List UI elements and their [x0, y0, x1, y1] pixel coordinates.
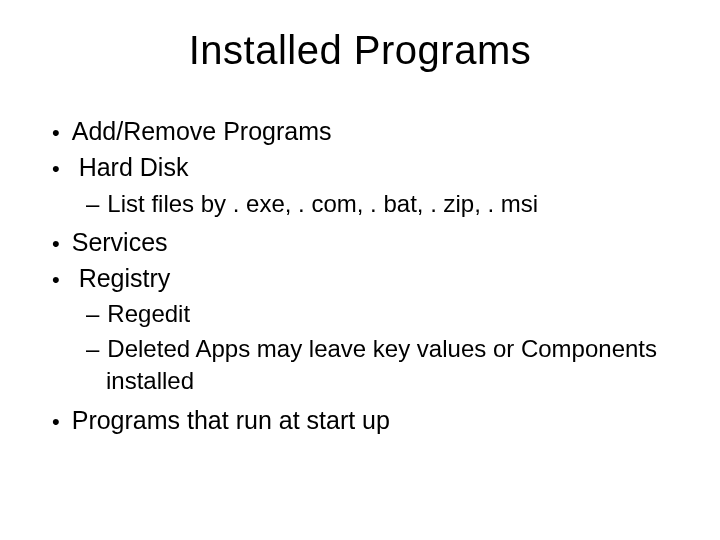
sub-list: List files by . exe, . com, . bat, . zip… [72, 188, 690, 220]
item-text: Deleted Apps may leave key values or Com… [106, 335, 657, 394]
slide-title: Installed Programs [30, 28, 690, 73]
item-text: Hard Disk [79, 153, 189, 181]
item-text: Regedit [107, 300, 190, 327]
item-text: Services [72, 228, 168, 256]
sub-list: Regedit Deleted Apps may leave key value… [72, 298, 690, 397]
list-item: List files by . exe, . com, . bat, . zip… [72, 188, 690, 220]
slide-content: Add/Remove Programs Hard Disk List files… [30, 115, 690, 437]
item-text: Add/Remove Programs [72, 117, 332, 145]
list-item: Hard Disk List files by . exe, . com, . … [30, 151, 690, 220]
item-text: Registry [79, 264, 171, 292]
bullet-list: Add/Remove Programs Hard Disk List files… [30, 115, 690, 437]
list-item: Programs that run at start up [30, 404, 690, 438]
list-item: Deleted Apps may leave key values or Com… [72, 333, 690, 398]
item-text: List files by . exe, . com, . bat, . zip… [107, 190, 538, 217]
list-item: Add/Remove Programs [30, 115, 690, 149]
list-item: Registry Regedit Deleted Apps may leave … [30, 262, 690, 398]
list-item: Services [30, 226, 690, 260]
list-item: Regedit [72, 298, 690, 330]
item-text: Programs that run at start up [72, 406, 390, 434]
